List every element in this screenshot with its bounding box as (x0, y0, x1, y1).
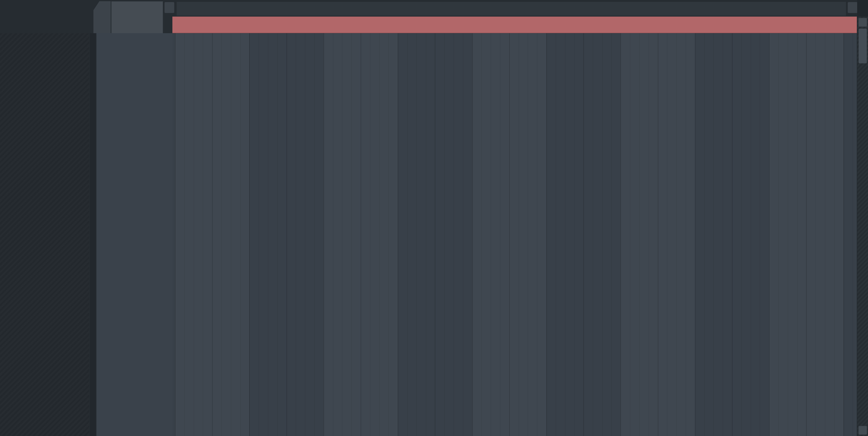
playlist-grid[interactable] (173, 33, 857, 436)
corner-spacer (857, 0, 868, 17)
scroll-right-button[interactable] (847, 2, 858, 13)
pattern-picker-panel (0, 33, 89, 436)
scroll-up-button[interactable] (858, 18, 867, 27)
scroll-down-button[interactable] (858, 426, 867, 435)
playlist-tool-panel (111, 1, 163, 33)
fl-studio-playlist-window (0, 0, 868, 436)
arrangement-minimap[interactable] (176, 1, 846, 16)
vertical-scrollbar[interactable] (857, 17, 868, 436)
scroll-left-button[interactable] (164, 2, 175, 13)
picker-scrollbar[interactable] (90, 33, 96, 436)
track-list-panel (96, 33, 173, 436)
scrollbar-thumb[interactable] (859, 29, 867, 63)
timeline-ruler[interactable] (173, 17, 857, 33)
